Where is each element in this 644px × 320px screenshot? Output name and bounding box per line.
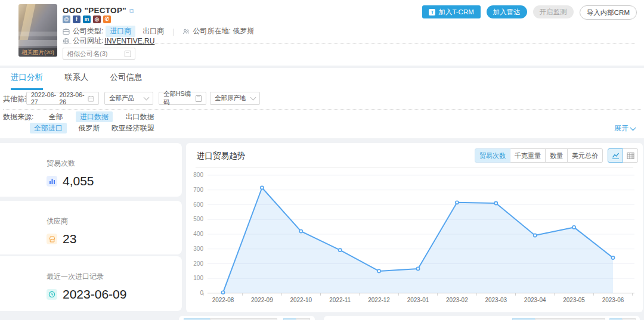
analysis-section: 进口分析 联系人 公司信息 其他筛选: 2022-06-27 2023-06-2… [0,68,644,138]
tab-bar: 进口分析 联系人 公司信息 [11,72,143,90]
tab-company-info[interactable]: 公司信息 [110,72,143,90]
add-tcrm-button[interactable]: T 加入T-CRM [422,5,480,18]
origin-value: 全部原产地 [215,94,246,102]
tab-contacts[interactable]: 联系人 [64,72,89,90]
trend-area-chart: 01002003004005006007008002022-082022-092… [186,143,643,312]
shop-icon [47,234,57,244]
import-internal-crm-button[interactable]: 导入内部CRM [580,5,637,20]
hs-code-value: 全部HS编码 [163,90,196,107]
bottom-card-left [179,316,315,320]
photo-decoration [18,32,57,36]
calendar-icon [88,95,94,102]
company-header: 相关图片(20) OOO "PECTOP"⧉ @ f in ◎ ✆ 公司类型: … [0,0,644,66]
stat-card-trade-count: 贸易次数 4,055 [0,143,182,197]
stat-label: 供应商 [47,216,182,226]
location-icon [182,28,190,35]
similar-companies-label: 相似公司名(3) [67,49,107,58]
svg-text:2022-11: 2022-11 [329,297,351,303]
source-option-all[interactable]: 全部 [49,113,63,121]
chevron-down-icon [144,95,150,101]
tab-import-analysis[interactable]: 进口分析 [11,72,43,90]
sub-option-russia[interactable]: 俄罗斯 [78,124,100,132]
email-icon[interactable]: @ [63,15,70,23]
svg-text:2023-01: 2023-01 [407,297,429,303]
dotted-divider [3,109,641,110]
source-option-import[interactable]: 进口数据 [76,111,113,122]
start-monitoring-button[interactable]: 开启监测 [533,5,574,18]
stat-card-suppliers: 供应商 23 [0,201,182,254]
website-label: 公司网址: [73,36,103,46]
svg-text:300: 300 [193,246,203,252]
svg-text:0: 0 [200,290,203,296]
stat-value: 23 [63,232,76,246]
photo-decoration [18,40,57,46]
header-actions: T 加入T-CRM 加入雷达 开启监测 导入内部CRM [422,5,637,20]
expand-toggle[interactable]: 展开 [614,123,635,133]
add-radar-button[interactable]: 加入雷达 [487,5,527,18]
divider: | [172,27,174,36]
data-source-label: 数据来源: [3,113,33,121]
svg-text:2023-02: 2023-02 [446,297,468,303]
data-source-row: 数据来源: 全部 进口数据 出口数据 [3,112,154,122]
dropdown-box-icon [196,95,202,102]
stat-label: 贸易次数 [47,159,182,169]
product-select[interactable]: 全部产品 [104,92,153,105]
chevron-down-icon [630,125,636,131]
date-range-picker[interactable]: 2022-06-27 2023-06-26 [26,92,99,105]
svg-text:2022-08: 2022-08 [212,297,234,303]
company-website-row: 公司网址: INVENTIVE.RU [63,36,154,46]
company-name: OOO "PECTOP"⧉ [63,6,134,15]
stat-value: 4,055 [63,174,94,188]
svg-text:800: 800 [193,172,203,178]
product-select-value: 全部产品 [109,94,134,102]
phone-icon[interactable]: ✆ [103,15,111,23]
company-type-label: 公司类型: [73,26,103,36]
data-source-subrow: 全部进口 俄罗斯 欧亚经济联盟 [30,123,154,133]
svg-text:2023-06: 2023-06 [602,297,624,303]
bottom-card-right [324,316,640,320]
date-start: 2022-06-27 [31,91,60,105]
company-photo[interactable]: 相关图片(20) [18,4,57,57]
tcrm-icon: T [429,9,435,15]
svg-text:100: 100 [193,275,203,281]
instagram-icon[interactable]: ◎ [93,15,101,23]
linkedin-icon[interactable]: in [83,15,91,23]
copy-icon[interactable]: ⧉ [129,7,134,14]
svg-text:2022-09: 2022-09 [251,297,273,303]
hs-code-select[interactable]: 全部HS编码 [159,92,206,105]
svg-text:400: 400 [193,231,203,237]
clock-icon [47,289,57,300]
svg-text:2022-10: 2022-10 [290,297,312,303]
related-images-caption[interactable]: 相关图片(20) [18,48,57,57]
location-value: 俄罗斯 [233,26,254,36]
origin-select[interactable]: 全部原产地 [210,92,260,105]
social-links: @ f in ◎ ✆ [63,15,111,23]
date-end: 2023-06-26 [60,91,88,105]
svg-text:200: 200 [193,260,203,267]
bar-chart-icon [47,176,57,187]
chevron-down-icon [250,95,256,101]
facebook-icon[interactable]: f [73,15,80,23]
source-option-export[interactable]: 出口数据 [125,113,154,121]
svg-text:2023-05: 2023-05 [563,297,585,303]
exporter-tag: 出口商 [143,26,164,36]
svg-text:600: 600 [193,201,203,208]
svg-text:2022-12: 2022-12 [368,297,390,303]
dotted-divider [63,44,635,44]
sub-option-eaeu[interactable]: 欧亚经济联盟 [112,124,154,132]
svg-text:700: 700 [193,187,203,193]
svg-text:500: 500 [193,216,203,222]
location-label: 公司所在地: [193,26,230,36]
svg-text:2023-04: 2023-04 [524,297,546,303]
similar-companies-select[interactable]: 相似公司名(3) [63,48,135,60]
company-type-icon [63,28,70,35]
import-trend-card: 进口贸易趋势 贸易次数 千克重量 数量 美元总价 010020030040050… [186,143,643,312]
dropdown-box-icon [125,51,131,57]
stat-value: 2023-06-09 [63,287,126,302]
stat-label: 最近一次进口记录 [47,272,182,282]
svg-text:2023-03: 2023-03 [485,297,507,303]
stat-card-last-import: 最近一次进口记录 2023-06-09 [0,256,182,311]
sub-option-all-import[interactable]: 全部进口 [30,123,67,133]
